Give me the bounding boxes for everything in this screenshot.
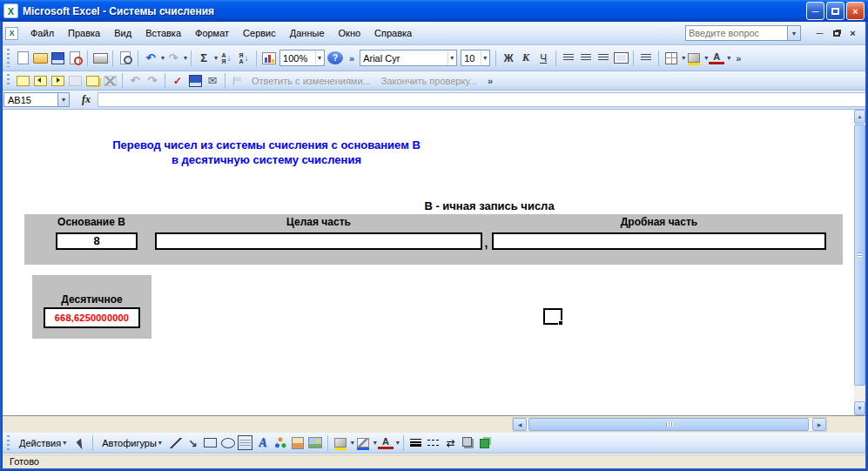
text-box-icon[interactable] — [238, 435, 253, 450]
menu-item-help[interactable]: Справка — [367, 25, 419, 41]
autosum-dropdown-icon[interactable]: ▾ — [214, 54, 218, 62]
line-icon[interactable] — [168, 435, 184, 450]
question-input[interactable] — [685, 25, 788, 41]
reply-flag-icon[interactable] — [230, 73, 246, 88]
base-value-box[interactable]: 8 — [56, 232, 138, 250]
align-center-icon[interactable] — [578, 50, 594, 65]
print-icon[interactable] — [92, 50, 108, 65]
menu-item-format[interactable]: Формат — [188, 25, 236, 41]
open-file-icon[interactable] — [32, 50, 48, 65]
permission-icon[interactable] — [67, 50, 83, 65]
toolbar-options-icon[interactable]: » — [349, 53, 354, 64]
ink-undo-icon[interactable]: ↶ — [127, 73, 143, 88]
delete-comment-icon[interactable] — [102, 73, 118, 88]
line-color-icon[interactable] — [355, 435, 371, 450]
shadow-style-icon[interactable] — [461, 435, 476, 450]
autoshapes-menu-button[interactable]: Автофигуры▾ — [97, 436, 167, 450]
autoshapes-menu-dropdown-icon[interactable]: ▾ — [158, 439, 162, 447]
close-button[interactable]: × — [846, 2, 865, 20]
zoom-select[interactable]: 100%▾ — [279, 50, 325, 66]
redo-dropdown-icon[interactable]: ▾ — [184, 54, 187, 62]
bold-icon[interactable]: Ж — [501, 50, 516, 65]
name-box-dropdown-icon[interactable]: ▾ — [57, 92, 70, 107]
help-icon[interactable]: ? — [327, 51, 343, 64]
chart-wizard-icon[interactable] — [261, 50, 277, 65]
menu-item-window[interactable]: Окно — [332, 25, 368, 41]
font-color-dropdown-icon[interactable]: ▾ — [727, 54, 730, 62]
menu-item-data[interactable]: Данные — [283, 25, 332, 41]
underline-icon[interactable]: Ч — [535, 50, 551, 65]
3d-style-icon[interactable] — [478, 435, 494, 450]
scroll-up-icon[interactable]: ▲ — [854, 110, 865, 124]
sort-descending-icon[interactable]: ЯА↓ — [236, 50, 252, 65]
menu-item-file[interactable]: Файл — [24, 25, 61, 41]
maximize-button[interactable] — [826, 2, 844, 20]
increase-indent-icon[interactable] — [638, 50, 654, 65]
horizontal-scrollbar-thumb[interactable] — [528, 418, 809, 431]
fraction-digit-boxes[interactable] — [492, 232, 826, 250]
send-mail-icon[interactable]: ✉ — [205, 73, 220, 88]
ink-redo-icon[interactable]: ↷ — [145, 73, 160, 88]
show-all-comments-icon[interactable] — [84, 73, 100, 88]
wordart-icon[interactable]: A — [255, 435, 271, 450]
draw-menu-dropdown-icon[interactable]: ▾ — [63, 439, 66, 447]
minimize-button[interactable]: ─ — [806, 2, 824, 20]
menu-item-view[interactable]: Вид — [107, 25, 138, 41]
menu-item-edit[interactable]: Правка — [61, 25, 107, 41]
fill-color-icon[interactable] — [333, 435, 348, 450]
worksheet-area[interactable]: B - ичная запись числа Перевод чисел из … — [3, 110, 854, 415]
reply-with-changes-button[interactable]: Ответить с изменениями... — [246, 74, 376, 88]
workbook-restore-button[interactable] — [830, 27, 843, 39]
menu-item-tools[interactable]: Сервис — [236, 25, 283, 41]
arrow-style-icon[interactable]: ⇄ — [443, 435, 459, 450]
formula-input[interactable] — [98, 92, 866, 107]
insert-function-icon[interactable]: fx — [82, 93, 91, 106]
toolbar-options-icon[interactable]: » — [736, 53, 741, 64]
decimal-value-box[interactable]: 668,6250000000 — [44, 307, 140, 328]
font-size-select[interactable]: 10▾ — [461, 50, 490, 66]
integer-digit-boxes[interactable] — [155, 232, 482, 250]
italic-icon[interactable]: К — [518, 50, 534, 65]
autosum-icon[interactable]: Σ — [196, 50, 212, 65]
zoom-dropdown-icon[interactable]: ▾ — [315, 50, 323, 65]
merge-center-icon[interactable] — [613, 50, 629, 65]
line-style-icon[interactable] — [408, 435, 424, 450]
clip-art-icon[interactable] — [290, 435, 306, 450]
align-left-icon[interactable] — [561, 50, 576, 65]
font-color-dropdown-icon[interactable]: ▾ — [396, 439, 400, 447]
sort-ascending-icon[interactable]: АЯ↓ — [219, 50, 234, 65]
undo-icon[interactable]: ↶ — [143, 50, 158, 65]
font-color-icon[interactable]: А — [709, 52, 724, 64]
arrow-icon[interactable]: ↘ — [185, 435, 201, 450]
save-icon[interactable] — [50, 50, 65, 65]
workbook-minimize-button[interactable]: ─ — [813, 27, 826, 39]
vertical-scrollbar-thumb[interactable] — [854, 124, 865, 386]
rectangle-icon[interactable] — [203, 435, 219, 450]
draw-menu-button[interactable]: Действия▾ — [14, 436, 71, 450]
active-cell[interactable] — [543, 308, 562, 325]
insert-picture-icon[interactable] — [307, 435, 323, 450]
oval-icon[interactable] — [220, 435, 236, 450]
new-document-icon[interactable] — [15, 50, 30, 65]
scroll-left-icon[interactable]: ◀ — [513, 418, 527, 431]
edit-comment-icon[interactable] — [15, 73, 30, 88]
select-objects-icon[interactable] — [72, 435, 88, 450]
fill-color-icon[interactable] — [686, 50, 702, 65]
borders-icon[interactable] — [663, 50, 679, 65]
font-color-icon[interactable]: А — [378, 437, 394, 449]
next-comment-icon[interactable] — [50, 73, 65, 88]
scroll-right-icon[interactable]: ▶ — [812, 418, 826, 431]
toolbar-options-icon[interactable]: » — [488, 76, 493, 86]
end-review-button[interactable]: Закончить проверку... — [376, 74, 482, 88]
align-right-icon[interactable] — [595, 50, 611, 65]
menu-item-insert[interactable]: Вставка — [138, 25, 188, 41]
horizontal-scrollbar-track[interactable] — [527, 418, 812, 431]
name-box-input[interactable] — [3, 92, 57, 107]
scroll-down-icon[interactable]: ▼ — [854, 401, 865, 415]
diagram-icon[interactable] — [273, 435, 288, 450]
previous-comment-icon[interactable] — [32, 73, 48, 88]
update-file-icon[interactable] — [187, 73, 203, 88]
print-preview-icon[interactable] — [118, 50, 133, 65]
workbook-close-button[interactable]: × — [846, 27, 859, 39]
font-name-dropdown-icon[interactable]: ▾ — [447, 50, 455, 65]
